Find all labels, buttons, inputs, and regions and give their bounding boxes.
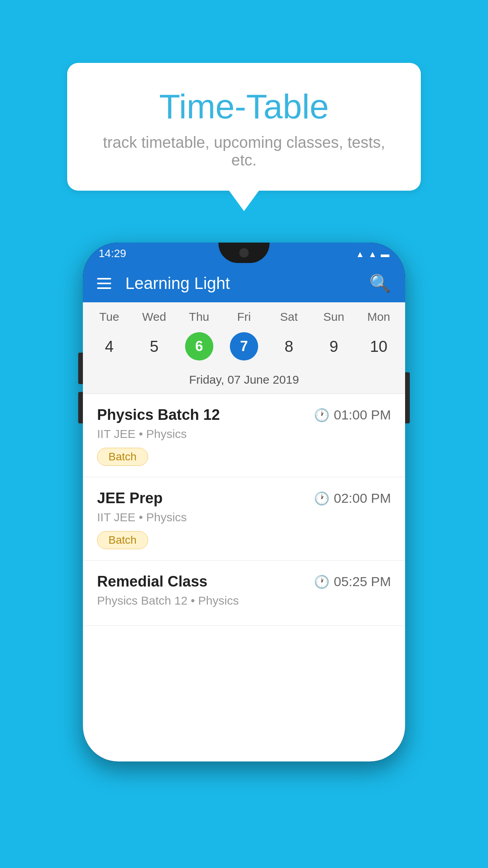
camera-dot — [239, 248, 249, 257]
clock-icon-1: 🕐 — [314, 408, 330, 423]
day-thu: Thu — [177, 310, 222, 324]
batch-badge-1: Batch — [97, 448, 148, 466]
app-bar: Learning Light 🔍 — [83, 265, 405, 302]
volume-up-button — [78, 353, 83, 384]
phone-mockup: 14:29 Learning Light 🔍 Tue Wed Thu — [83, 243, 405, 761]
class-time-label-2: 02:00 PM — [334, 491, 391, 506]
day-sat: Sat — [266, 310, 311, 324]
clock-icon-3: 🕐 — [314, 574, 330, 589]
phone-frame: 14:29 Learning Light 🔍 Tue Wed Thu — [83, 243, 405, 761]
bubble-subtitle: track timetable, upcoming classes, tests… — [99, 134, 389, 169]
date-6[interactable]: 6 — [177, 328, 222, 364]
class-name-1: Physics Batch 12 — [97, 406, 220, 423]
date-selected-circle[interactable]: 7 — [230, 332, 258, 360]
calendar-section: Tue Wed Thu Fri Sat Sun Mon 4 5 6 7 — [83, 302, 405, 394]
class-item-jee-prep[interactable]: JEE Prep 🕐 02:00 PM IIT JEE • Physics Ba… — [83, 477, 405, 561]
date-4[interactable]: 4 — [87, 328, 132, 364]
class-time-3: 🕐 05:25 PM — [314, 574, 391, 589]
wifi-icon — [356, 247, 364, 260]
class-meta-2: IIT JEE • Physics — [97, 511, 391, 524]
class-time-label-1: 01:00 PM — [334, 407, 391, 423]
class-name-2: JEE Prep — [97, 490, 163, 507]
speech-bubble-card: Time-Table track timetable, upcoming cla… — [67, 63, 421, 191]
class-time-label-3: 05:25 PM — [334, 574, 391, 589]
day-fri: Fri — [222, 310, 266, 324]
class-time-1: 🕐 01:00 PM — [314, 407, 391, 423]
class-item-header-1: Physics Batch 12 🕐 01:00 PM — [97, 406, 391, 423]
status-time: 14:29 — [99, 247, 126, 260]
selected-date-label: Friday, 07 June 2019 — [83, 371, 405, 394]
class-meta-1: IIT JEE • Physics — [97, 427, 391, 441]
class-item-header-2: JEE Prep 🕐 02:00 PM — [97, 490, 391, 507]
class-item-header-3: Remedial Class 🕐 05:25 PM — [97, 573, 391, 590]
date-row: 4 5 6 7 8 9 10 — [83, 327, 405, 371]
menu-icon[interactable] — [97, 278, 111, 289]
date-8[interactable]: 8 — [266, 328, 311, 364]
class-meta-3: Physics Batch 12 • Physics — [97, 594, 391, 607]
date-7[interactable]: 7 — [222, 328, 266, 364]
speech-bubble-tail — [229, 191, 259, 211]
day-sun: Sun — [311, 310, 356, 324]
volume-down-button — [78, 392, 83, 423]
signal-icon — [368, 247, 377, 260]
class-name-3: Remedial Class — [97, 573, 207, 590]
bubble-title: Time-Table — [99, 86, 389, 127]
clock-icon-2: 🕐 — [314, 491, 330, 506]
day-mon: Mon — [356, 310, 401, 324]
day-headers: Tue Wed Thu Fri Sat Sun Mon — [83, 302, 405, 327]
class-time-2: 🕐 02:00 PM — [314, 491, 391, 506]
power-button — [405, 372, 410, 423]
status-icons — [356, 247, 389, 260]
batch-badge-2: Batch — [97, 531, 148, 549]
day-wed: Wed — [132, 310, 176, 324]
speech-bubble-section: Time-Table track timetable, upcoming cla… — [67, 63, 421, 211]
phone-content: Tue Wed Thu Fri Sat Sun Mon 4 5 6 7 — [83, 302, 405, 761]
class-item-remedial[interactable]: Remedial Class 🕐 05:25 PM Physics Batch … — [83, 561, 405, 626]
day-tue: Tue — [87, 310, 132, 324]
battery-icon — [381, 247, 389, 260]
date-9[interactable]: 9 — [311, 328, 356, 364]
class-item-physics-batch-12[interactable]: Physics Batch 12 🕐 01:00 PM IIT JEE • Ph… — [83, 394, 405, 477]
class-list: Physics Batch 12 🕐 01:00 PM IIT JEE • Ph… — [83, 394, 405, 626]
date-today-circle[interactable]: 6 — [185, 332, 213, 360]
date-10[interactable]: 10 — [356, 328, 401, 364]
date-5[interactable]: 5 — [132, 328, 176, 364]
search-icon[interactable]: 🔍 — [369, 273, 391, 294]
app-title: Learning Light — [125, 274, 369, 293]
